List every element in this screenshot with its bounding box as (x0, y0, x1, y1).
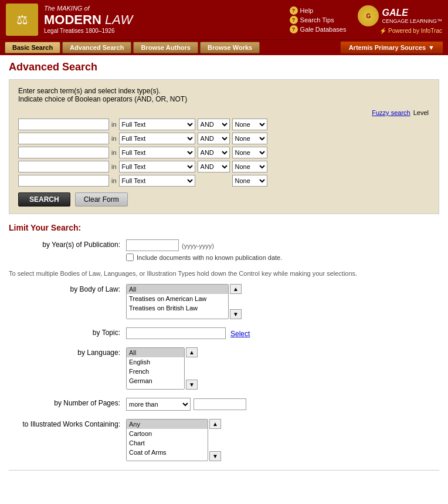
page-content: Advanced Search Enter search term(s) and… (0, 55, 448, 485)
navbar: Basic Search Advanced Search Browse Auth… (0, 39, 448, 55)
body-of-law-select[interactable]: All Treatises on American Law Treatises … (126, 284, 229, 319)
pages-operator-select[interactable]: more than less than exactly (126, 398, 191, 411)
body-of-law-label: by Body of Law: (9, 284, 126, 293)
year-label: by Year(s) of Publication: (9, 239, 126, 249)
search-input-5[interactable] (18, 175, 109, 187)
fuzzy-search-link[interactable]: Fuzzy search (372, 109, 410, 116)
infotrac-label: ⚡ Powered by InfoTrac (379, 28, 442, 34)
search-input-2[interactable] (18, 133, 109, 144)
limit-title: Limit Your Search: (9, 223, 439, 232)
topic-input[interactable] (126, 327, 226, 339)
bottom-divider (9, 470, 439, 471)
hint-text: To select multiple Bodies of Law, Langua… (9, 269, 439, 278)
index-select-2[interactable]: Full TextTitleAuthor (119, 133, 195, 144)
browse-works-button[interactable]: Browse Works (200, 42, 260, 53)
fuzzy-select-4[interactable]: None123 (232, 161, 267, 172)
search-input-3[interactable] (18, 147, 109, 158)
artemis-button[interactable]: Artemis Primary Sources ▼ (340, 41, 443, 54)
year-row: by Year(s) of Publication: (yyyy-yyyy) I… (9, 239, 439, 261)
scroll-up-button[interactable]: ▲ (230, 284, 242, 294)
gale-databases-link[interactable]: ? Gale Databases (290, 25, 347, 33)
lang-scroll-up-button[interactable]: ▲ (186, 347, 198, 357)
gale-sub: CENGAGE LEARNING™ (382, 18, 442, 24)
bool-select-4[interactable]: ANDORNOT (198, 161, 230, 172)
year-input[interactable] (126, 239, 179, 251)
logo-subtitle: Legal Treatises 1800–1926 (44, 28, 133, 35)
search-button[interactable]: SEARCH (18, 192, 70, 207)
index-select-3[interactable]: Full TextTitleAuthor (119, 147, 195, 158)
scroll-down-button[interactable]: ▼ (230, 309, 242, 319)
pages-row: by Number of Pages: more than less than … (9, 398, 439, 411)
body-of-law-row: by Body of Law: All Treatises on America… (9, 284, 439, 319)
gale-emblem: G (358, 5, 379, 26)
gale-name: GALE (382, 8, 442, 18)
fuzzy-select-1[interactable]: None123 (232, 119, 267, 130)
fuzzy-select-2[interactable]: None123 (232, 133, 267, 144)
clear-form-button[interactable]: Clear Form (75, 192, 128, 207)
year-format: (yyyy-yyyy) (182, 241, 214, 249)
search-tips-link[interactable]: ? Search Tips (290, 16, 334, 24)
no-date-checkbox[interactable] (126, 253, 134, 261)
dropdown-arrow-icon: ▼ (428, 44, 435, 51)
illus-scroll-down-button[interactable]: ▼ (209, 451, 221, 461)
search-input-1[interactable] (18, 119, 109, 130)
index-select-4[interactable]: Full TextTitleAuthor (119, 161, 195, 172)
pages-value-input[interactable] (194, 398, 246, 410)
language-select[interactable]: All English French German (126, 347, 185, 390)
logo-area: ⚖ The MAKING of MODERN LAW Legal Treatis… (6, 4, 290, 36)
index-select-1[interactable]: Full TextTitleAuthorSubject (119, 119, 195, 130)
bool-select-2[interactable]: ANDORNOT (198, 133, 230, 144)
search-box: Enter search term(s) and select index ty… (9, 79, 439, 214)
pages-label: by Number of Pages: (9, 398, 126, 407)
help-link[interactable]: ? Help (290, 6, 314, 15)
search-tips-icon: ? (290, 16, 298, 24)
header-links: ? Help ? Search Tips ? Gale Databases (290, 6, 347, 33)
gale-logo: G GALE CENGAGE LEARNING™ ⚡ Powered by In… (358, 5, 442, 34)
illustrated-select[interactable]: Any Cartoon Chart Coat of Arms (126, 419, 208, 461)
browse-authors-button[interactable]: Browse Authors (133, 42, 198, 53)
topic-select-link[interactable]: Select (230, 329, 250, 338)
fuzzy-select-5[interactable]: None123 (232, 175, 267, 187)
language-label: by Language: (9, 347, 126, 357)
bool-select-3[interactable]: ANDORNOT (198, 147, 230, 158)
illus-scroll-up-button[interactable]: ▲ (209, 419, 221, 429)
topic-label: by Topic: (9, 327, 126, 337)
illustrated-label: to Illustrated Works Containing: (9, 419, 126, 428)
logo-text: The MAKING of MODERN LAW Legal Treatises… (44, 5, 133, 35)
advanced-search-button[interactable]: Advanced Search (62, 42, 131, 53)
logo-line1: The MAKING of (44, 5, 133, 12)
lang-scroll-down-button[interactable]: ▼ (186, 380, 198, 390)
bool-select-1[interactable]: ANDORNOT (198, 119, 230, 130)
fuzzy-select-3[interactable]: None123 (232, 147, 267, 158)
no-date-label: Include documents with no known publicat… (137, 254, 282, 261)
index-select-5[interactable]: Full TextTitleAuthor (119, 175, 195, 187)
search-buttons: SEARCH Clear Form (18, 192, 430, 207)
search-input-4[interactable] (18, 161, 109, 172)
gale-brand: G GALE CENGAGE LEARNING™ (358, 5, 442, 26)
topic-row: by Topic: Select (9, 327, 439, 339)
site-header: ⚖ The MAKING of MODERN LAW Legal Treatis… (0, 0, 448, 39)
search-instructions: Enter search term(s) and select index ty… (18, 87, 430, 103)
logo-line2: MODERN LAW (44, 12, 133, 28)
page-title: Advanced Search (9, 61, 439, 73)
language-row: by Language: All English French German ▲… (9, 347, 439, 390)
logo-icon: ⚖ (6, 4, 38, 36)
help-icon: ? (290, 6, 298, 15)
illustrated-row: to Illustrated Works Containing: Any Car… (9, 419, 439, 461)
basic-search-button[interactable]: Basic Search (5, 42, 60, 53)
gale-databases-icon: ? (290, 25, 298, 33)
level-label: Level (413, 109, 429, 116)
